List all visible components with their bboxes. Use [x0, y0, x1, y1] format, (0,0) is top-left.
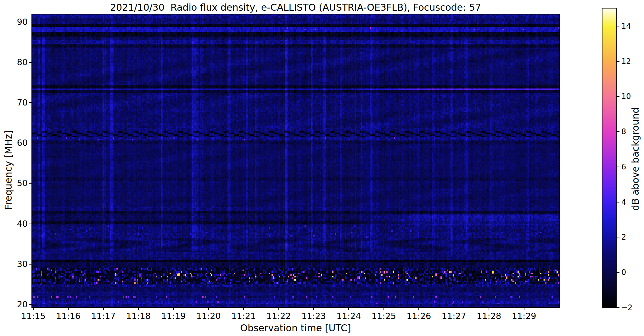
- x-tick-mark: [33, 307, 34, 310]
- colorbar-tick-mark: [617, 272, 619, 273]
- y-tick-mark: [29, 22, 32, 22]
- colorbar-tick-mark: [617, 96, 619, 97]
- y-axis-label: Frequency [MHz]: [3, 130, 14, 210]
- x-tick-mark: [208, 307, 209, 310]
- colorbar-tick-mark: [617, 307, 619, 308]
- x-tick-mark: [348, 307, 349, 310]
- y-tick-mark: [29, 62, 32, 63]
- x-tick-mark: [68, 307, 69, 310]
- spectrogram-canvas: [32, 14, 559, 307]
- figure-title: 2021/10/30 Radio flux density, e-CALLIST…: [32, 2, 559, 13]
- colorbar-tick-mark: [617, 202, 619, 202]
- x-tick-mark: [173, 307, 174, 310]
- y-tick-mark: [29, 304, 32, 305]
- colorbar-tick-mark: [617, 167, 619, 167]
- y-tick-label: 90: [6, 17, 28, 27]
- x-axis-label: Observation time [UTC]: [32, 322, 559, 333]
- colorbar-tick-mark: [617, 131, 619, 132]
- x-tick-mark: [103, 307, 104, 310]
- x-tick-mark: [418, 307, 419, 310]
- colorbar-tick-mark: [617, 237, 619, 237]
- y-tick-mark: [29, 102, 32, 103]
- x-tick-mark: [243, 307, 244, 310]
- y-tick-mark: [29, 264, 32, 265]
- x-tick-mark: [138, 307, 139, 310]
- x-tick-mark: [454, 307, 454, 310]
- x-tick-mark: [384, 307, 384, 310]
- x-tick-mark: [278, 307, 279, 310]
- y-tick-mark: [29, 183, 32, 184]
- colorbar-tick-mark: [617, 61, 619, 62]
- colorbar-label: dB above background: [630, 107, 641, 211]
- y-tick-mark: [29, 143, 32, 143]
- colorbar-tick-label: −2: [621, 304, 640, 312]
- x-tick-mark: [524, 307, 524, 310]
- colorbar-canvas: [602, 9, 616, 308]
- y-tick-label: 80: [6, 58, 28, 67]
- y-tick-mark: [29, 224, 32, 224]
- y-tick-label: 20: [6, 300, 28, 309]
- colorbar-label-wrap: dB above background: [628, 31, 642, 287]
- y-axis-label-wrap: Frequency [MHz]: [1, 76, 15, 265]
- x-tick-label: 11:29: [504, 311, 545, 321]
- x-tick-mark: [313, 307, 314, 310]
- colorbar-tick-label: 14: [621, 22, 640, 30]
- x-tick-mark: [489, 307, 489, 310]
- colorbar-tick-mark: [617, 26, 619, 26]
